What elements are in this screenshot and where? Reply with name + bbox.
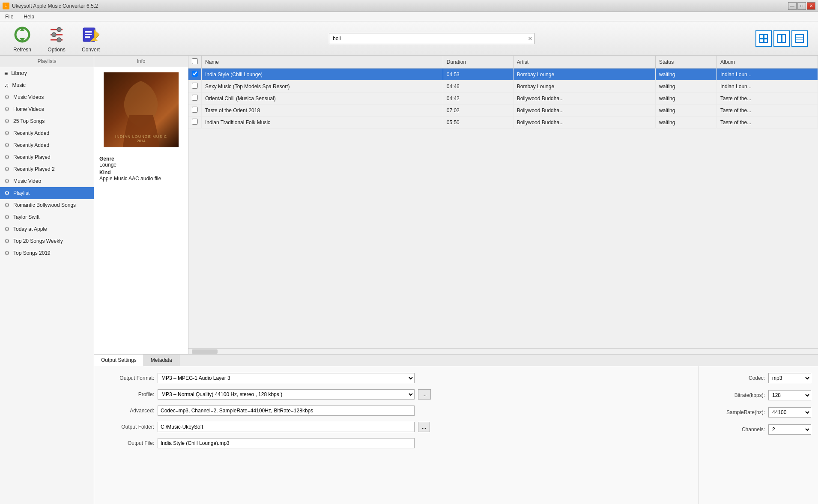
svg-rect-13 — [760, 35, 763, 38]
col-header-status: Status — [656, 56, 717, 69]
refresh-label: Refresh — [13, 47, 31, 53]
channels-label: Channels: — [742, 426, 765, 432]
sidebar-item-taylor-swift[interactable]: ⚙ Taylor Swift — [0, 211, 94, 223]
view-button-3[interactable] — [791, 30, 808, 47]
svg-rect-10 — [85, 34, 92, 35]
album-year-overlay: 2014 — [104, 139, 179, 143]
profile-select[interactable]: MP3 – Normal Quality( 44100 Hz, stereo ,… — [158, 389, 415, 400]
genre-value: Lounge — [99, 162, 183, 168]
gear-icon-taylor-swift: ⚙ — [4, 214, 10, 221]
table-row[interactable]: Indian Traditional Folk Music 05:50 Boll… — [188, 116, 818, 128]
close-button[interactable]: ✕ — [807, 2, 815, 10]
track-album-1: Indian Loun... — [717, 69, 818, 81]
row-checkbox-3[interactable] — [192, 95, 198, 101]
menu-file[interactable]: File — [3, 13, 15, 21]
sidebar-item-25-top[interactable]: ⚙ 25 Top Songs — [0, 115, 94, 127]
gear-icon-music-video: ⚙ — [4, 178, 10, 185]
svg-point-6 — [57, 38, 61, 42]
advanced-row: Advanced: — [103, 406, 690, 416]
sidebar-item-top20[interactable]: ⚙ Top 20 Songs Weekly — [0, 235, 94, 247]
output-format-row: Output Format: MP3 – MPEG-1 Audio Layer … — [103, 373, 690, 383]
title-bar: U Ukeysoft Apple Music Converter 6.5.2 —… — [0, 0, 818, 12]
sidebar-item-recently-played-2[interactable]: ⚙ Recently Played 2 — [0, 163, 94, 175]
output-format-select[interactable]: MP3 – MPEG-1 Audio Layer 3 — [158, 373, 415, 383]
view-button-1[interactable] — [755, 30, 772, 47]
row-checkbox-1[interactable] — [192, 71, 198, 77]
codec-row: Codec: mp3 — [705, 373, 811, 383]
row-checkbox-5[interactable] — [192, 119, 198, 125]
output-side-settings: Codec: mp3 Bitrate(kbps): 128 SampleRate… — [698, 366, 818, 504]
samplerate-label: SampleRate(hz): — [726, 409, 765, 415]
svg-rect-11 — [85, 36, 90, 38]
track-status-5: waiting — [656, 116, 717, 128]
gear-icon-today-apple: ⚙ — [4, 226, 10, 233]
menu-help[interactable]: Help — [22, 13, 36, 21]
album-art-inner: INDIAN LOUNGE MUSIC 2014 — [104, 72, 179, 147]
sidebar-item-library[interactable]: ≡ Library — [0, 67, 94, 79]
track-duration-3: 04:42 — [443, 92, 513, 104]
select-all-checkbox[interactable] — [192, 58, 198, 64]
maximize-button[interactable]: □ — [797, 2, 806, 10]
samplerate-select[interactable]: 44100 — [768, 407, 811, 418]
advanced-input[interactable] — [158, 406, 415, 416]
refresh-icon — [12, 24, 33, 45]
sidebar: Playlists ≡ Library ♫ Music ⚙ Music Vide… — [0, 56, 94, 504]
bitrate-select[interactable]: 128 — [768, 390, 811, 400]
window-controls: — □ ✕ — [788, 2, 815, 10]
col-header-checkbox[interactable] — [188, 56, 202, 69]
sidebar-item-top-songs-2019[interactable]: ⚙ Top Songs 2019 — [0, 247, 94, 259]
horizontal-scrollbar[interactable] — [188, 348, 818, 354]
search-wrap: ✕ — [329, 33, 534, 44]
search-input[interactable] — [329, 33, 534, 44]
table-row[interactable]: Oriental Chill (Musica Sensual) 04:42 Bo… — [188, 92, 818, 104]
track-table-scroll[interactable]: Name Duration Artist Status Album India … — [188, 56, 818, 348]
sidebar-item-recently-played-1[interactable]: ⚙ Recently Played — [0, 151, 94, 163]
channels-select[interactable]: 2 — [768, 424, 811, 435]
sidebar-item-music[interactable]: ♫ Music — [0, 79, 94, 91]
sidebar-item-recently-added-2[interactable]: ⚙ Recently Added — [0, 139, 94, 151]
svg-rect-15 — [760, 39, 763, 42]
gear-icon-recently-added-2: ⚙ — [4, 142, 10, 149]
tab-metadata[interactable]: Metadata — [144, 355, 179, 366]
view-toggle — [755, 30, 808, 47]
table-row[interactable]: India Style (Chill Lounge) 04:53 Bombay … — [188, 69, 818, 81]
row-checkbox-2[interactable] — [192, 83, 198, 89]
minimize-button[interactable]: — — [788, 2, 797, 10]
table-row[interactable]: Sexy Music (Top Models Spa Resort) 04:46… — [188, 81, 818, 92]
track-status-3: waiting — [656, 92, 717, 104]
profile-edit-button[interactable]: ... — [418, 389, 431, 400]
sidebar-item-music-videos[interactable]: ⚙ Music Videos — [0, 91, 94, 103]
svg-point-5 — [52, 33, 56, 37]
gear-icon-home-videos: ⚙ — [4, 106, 10, 113]
advanced-label: Advanced: — [103, 408, 154, 414]
sidebar-item-today-apple[interactable]: ⚙ Today at Apple — [0, 223, 94, 235]
bitrate-label: Bitrate(kbps): — [734, 392, 765, 398]
view-button-2[interactable] — [773, 30, 790, 47]
tab-output-settings[interactable]: Output Settings — [94, 355, 144, 366]
options-label: Options — [48, 47, 65, 53]
table-row[interactable]: Taste of the Orient 2018 07:02 Bollywood… — [188, 104, 818, 116]
browse-button[interactable]: ... — [418, 422, 430, 432]
sidebar-item-home-videos[interactable]: ⚙ Home Videos — [0, 103, 94, 115]
output-file-row: Output File: — [103, 438, 690, 448]
channels-row: Channels: 2 — [705, 424, 811, 435]
output-file-input[interactable] — [158, 438, 415, 448]
output-body: Output Format: MP3 – MPEG-1 Audio Layer … — [94, 366, 818, 504]
svg-rect-17 — [778, 35, 781, 42]
sidebar-item-playlist[interactable]: ⚙ Playlist — [0, 187, 94, 199]
options-button[interactable]: Options — [39, 22, 74, 55]
search-clear-button[interactable]: ✕ — [528, 35, 533, 42]
gear-icon-playlist: ⚙ — [4, 190, 10, 197]
svg-rect-18 — [782, 35, 785, 42]
sidebar-item-recently-added-1[interactable]: ⚙ Recently Added — [0, 127, 94, 139]
convert-button[interactable]: Convert — [74, 22, 108, 55]
track-artist-2: Bombay Lounge — [513, 81, 655, 92]
codec-select[interactable]: mp3 — [768, 373, 811, 383]
row-checkbox-4[interactable] — [192, 107, 198, 113]
sidebar-item-music-video[interactable]: ⚙ Music Video — [0, 175, 94, 187]
sidebar-item-romantic-bollywood[interactable]: ⚙ Romantic Bollywood Songs — [0, 199, 94, 211]
output-folder-input[interactable] — [158, 422, 415, 432]
samplerate-row: SampleRate(hz): 44100 — [705, 407, 811, 418]
refresh-button[interactable]: Refresh — [5, 22, 39, 55]
search-area: ✕ — [108, 33, 755, 44]
